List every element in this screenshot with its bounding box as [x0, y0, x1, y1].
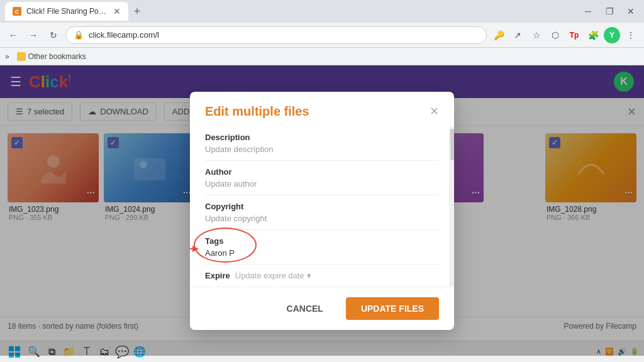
expire-field-group: Expire Update expire date ▾: [205, 265, 439, 287]
description-input[interactable]: Update description: [205, 145, 439, 154]
copyright-label: Copyright: [205, 202, 439, 211]
tags-field-group: Tags Aaron P: [205, 230, 439, 265]
tp-icon[interactable]: Tp: [566, 27, 582, 43]
bookmarks-chevron: »: [5, 52, 9, 61]
browser-chrome: C Click! File Sharing Portal ✕ + ─ ❐ ✕ ←…: [0, 0, 644, 65]
lock-icon: 🔒: [74, 30, 84, 40]
extension-icon[interactable]: ⬡: [547, 27, 564, 43]
edit-multiple-files-modal: Edit multiple files ✕ Description Update…: [190, 92, 454, 330]
url-text: click.filecamp.com/l: [89, 30, 159, 40]
description-label: Description: [205, 133, 439, 142]
tags-label: Tags: [205, 236, 439, 246]
author-label: Author: [205, 167, 439, 177]
bookmark-folder-icon: [17, 52, 26, 61]
other-bookmarks[interactable]: Other bookmarks: [13, 51, 90, 62]
chevron-down-icon: ▾: [307, 271, 311, 280]
modal-body[interactable]: Description Update description Author Up…: [190, 126, 454, 287]
address-bar[interactable]: 🔒 click.filecamp.com/l: [65, 26, 487, 44]
modal-title: Edit multiple files: [205, 104, 309, 119]
new-tab-button[interactable]: +: [128, 3, 146, 20]
other-bookmarks-label: Other bookmarks: [28, 52, 86, 61]
bookmarks-bar: » Other bookmarks: [0, 48, 644, 65]
expire-label: Expire: [205, 271, 230, 280]
description-field-group: Description Update description: [205, 126, 439, 161]
modal-footer: CANCEL UPDATE FILES: [190, 287, 454, 330]
back-button[interactable]: ←: [5, 27, 21, 43]
key-icon[interactable]: 🔑: [491, 27, 507, 43]
browser-actions: 🔑 ↗ ☆ ⬡ Tp 🧩 Y ⋮: [491, 27, 639, 43]
bookmark-star-icon[interactable]: ☆: [528, 27, 545, 43]
share-icon[interactable]: ↗: [509, 27, 526, 43]
tab-close-button[interactable]: ✕: [113, 6, 121, 16]
scrollbar-thumb[interactable]: [450, 129, 454, 160]
modal-backdrop: Edit multiple files ✕ Description Update…: [0, 65, 644, 356]
profile-icon[interactable]: Y: [604, 27, 620, 43]
scrollbar-track: [449, 126, 454, 287]
tags-input[interactable]: Aaron P: [205, 248, 439, 258]
browser-tab[interactable]: C Click! File Sharing Portal ✕: [5, 2, 128, 21]
copyright-input[interactable]: Update copyright: [205, 214, 439, 223]
copyright-field-group: Copyright Update copyright: [205, 195, 439, 230]
app-container: ☰ Click! K ☰ 7 selected ☁ DOWNLOAD ADD T…: [0, 65, 644, 356]
author-field-group: Author Update author: [205, 161, 439, 195]
browser-title-bar: C Click! File Sharing Portal ✕ + ─ ❐ ✕: [0, 0, 644, 23]
close-window-button[interactable]: ✕: [623, 3, 639, 19]
modal-close-button[interactable]: ✕: [430, 104, 439, 118]
tab-favicon: C: [13, 7, 21, 16]
expire-placeholder: Update expire date: [235, 271, 304, 280]
modal-header: Edit multiple files ✕: [190, 92, 454, 126]
puzzle-icon[interactable]: 🧩: [585, 27, 601, 43]
restore-button[interactable]: ❐: [601, 3, 618, 19]
minimize-button[interactable]: ─: [580, 3, 596, 19]
more-options-button[interactable]: ⋮: [623, 27, 639, 43]
author-input[interactable]: Update author: [205, 179, 439, 189]
svg-marker-9: [192, 246, 199, 252]
tab-title: Click! File Sharing Portal: [26, 7, 108, 16]
expire-date-select[interactable]: Update expire date ▾: [235, 271, 311, 280]
svg-text:C: C: [15, 9, 19, 15]
forward-button[interactable]: →: [25, 27, 42, 43]
cancel-button[interactable]: CANCEL: [272, 297, 338, 320]
browser-controls: ← → ↻ 🔒 click.filecamp.com/l 🔑 ↗ ☆ ⬡ Tp …: [0, 23, 644, 48]
annotation-arrow: [190, 243, 199, 258]
reload-button[interactable]: ↻: [45, 27, 62, 43]
update-files-button[interactable]: UPDATE FILES: [346, 297, 439, 320]
